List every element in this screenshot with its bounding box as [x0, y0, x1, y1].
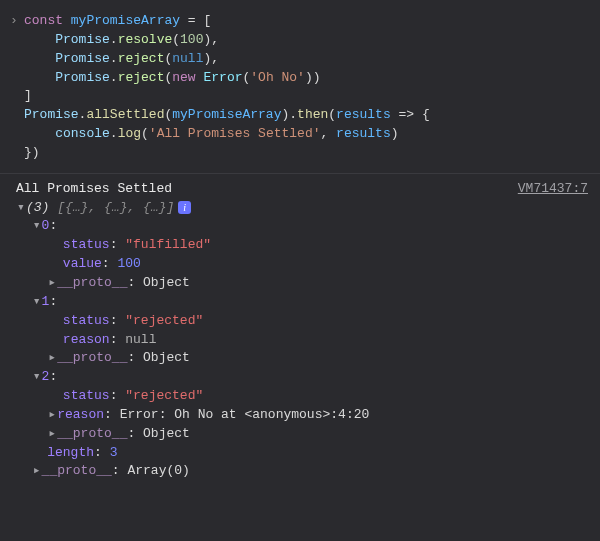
code-token: 'All Promises Settled': [149, 126, 321, 141]
proto-value: Object: [143, 425, 190, 444]
info-icon[interactable]: i: [178, 201, 191, 214]
code-line: Promise.reject(new Error('Oh No')): [24, 69, 588, 88]
property-row[interactable]: status: "fulfilled": [16, 236, 588, 255]
code-token: .: [110, 70, 118, 85]
proto-key: __proto__: [57, 274, 127, 293]
code-line: const myPromiseArray = [: [24, 12, 588, 31]
array-index-row[interactable]: 0:: [16, 217, 588, 236]
proto-row[interactable]: __proto__: Object: [16, 425, 588, 444]
property-value: "rejected": [125, 312, 203, 331]
code-token: console: [55, 126, 110, 141]
code-token: Promise: [55, 32, 110, 47]
code-token: Promise: [24, 107, 79, 122]
code-token: reject: [118, 70, 165, 85]
property-value: null: [125, 331, 156, 350]
chevron-right-icon[interactable]: [47, 349, 57, 368]
property-value: Error: Oh No at <anonymous>:4:20: [120, 406, 370, 425]
code-token: => {: [391, 107, 430, 122]
code-token: results: [336, 126, 391, 141]
code-token: log: [118, 126, 141, 141]
property-key: reason: [57, 406, 104, 425]
array-summary-row[interactable]: (3) [{…}, {…}, {…}] i: [16, 199, 588, 218]
code-token: myPromiseArray: [172, 107, 281, 122]
property-key: __proto__: [42, 462, 112, 481]
code-line: console.log('All Promises Settled', resu…: [24, 125, 588, 144]
property-key: reason: [63, 331, 110, 350]
property-key: length: [47, 444, 94, 463]
code-token: )): [305, 70, 321, 85]
property-key: status: [63, 387, 110, 406]
property-row[interactable]: __proto__: Array(0): [16, 462, 588, 481]
proto-value: Object: [143, 274, 190, 293]
proto-row[interactable]: __proto__: Object: [16, 274, 588, 293]
code-token: .: [110, 51, 118, 66]
code-token: myPromiseArray: [71, 13, 180, 28]
devtools-console-panel: › const myPromiseArray = [ Promise.resol…: [0, 0, 600, 495]
property-row[interactable]: length: 3: [16, 444, 588, 463]
code-line: Promise.allSettled(myPromiseArray).then(…: [24, 106, 588, 125]
proto-key: __proto__: [57, 349, 127, 368]
code-token: reject: [118, 51, 165, 66]
array-index-key: 2: [42, 368, 50, 387]
code-line: ]: [24, 87, 588, 106]
log-message-text: All Promises Settled: [16, 180, 518, 199]
chevron-right-icon[interactable]: [32, 462, 42, 481]
proto-row[interactable]: __proto__: Object: [16, 349, 588, 368]
property-row[interactable]: status: "rejected": [16, 387, 588, 406]
chevron-down-icon[interactable]: [32, 217, 42, 236]
code-token: (: [141, 126, 149, 141]
code-line: }): [24, 144, 588, 163]
code-token: resolve: [118, 32, 173, 47]
property-key: status: [63, 312, 110, 331]
chevron-down-icon[interactable]: [32, 293, 42, 312]
object-tree: (3) [{…}, {…}, {…}] i 0: status: "fulfil…: [16, 199, 588, 482]
property-value: 100: [117, 255, 140, 274]
code-token: results: [336, 107, 391, 122]
code-token: 'Oh No': [250, 70, 305, 85]
code-token: Promise: [55, 51, 110, 66]
code-token: .: [110, 32, 118, 47]
property-row[interactable]: reason: null: [16, 331, 588, 350]
code-token: new: [172, 70, 203, 85]
array-index-key: 1: [42, 293, 50, 312]
code-token: .: [110, 126, 118, 141]
chevron-down-icon[interactable]: [16, 199, 26, 218]
code-token: Error: [203, 70, 242, 85]
chevron-right-icon[interactable]: [47, 274, 57, 293]
proto-value: Object: [143, 349, 190, 368]
code-area[interactable]: const myPromiseArray = [ Promise.resolve…: [24, 12, 588, 163]
chevron-right-icon[interactable]: [47, 425, 57, 444]
property-key: status: [63, 236, 110, 255]
log-header: All Promises Settled VM71437:7: [16, 180, 588, 199]
array-index-row[interactable]: 2:: [16, 368, 588, 387]
code-token: }): [24, 145, 40, 160]
code-token: null: [172, 51, 203, 66]
code-line: Promise.resolve(100),: [24, 31, 588, 50]
array-index-row[interactable]: 1:: [16, 293, 588, 312]
property-value: "rejected": [125, 387, 203, 406]
property-value: "fulfilled": [125, 236, 211, 255]
code-token: ),: [203, 51, 219, 66]
log-source-link[interactable]: VM71437:7: [518, 180, 588, 199]
console-input-block: › const myPromiseArray = [ Promise.resol…: [0, 8, 600, 173]
property-value: Array(0): [127, 462, 189, 481]
proto-key: __proto__: [57, 425, 127, 444]
property-key: value: [63, 255, 102, 274]
code-token: then: [297, 107, 328, 122]
code-token: ,: [321, 126, 337, 141]
property-row[interactable]: status: "rejected": [16, 312, 588, 331]
property-value: 3: [110, 444, 118, 463]
property-row[interactable]: value: 100: [16, 255, 588, 274]
array-preview: [{…}, {…}, {…}]: [57, 199, 174, 218]
code-token: (: [172, 32, 180, 47]
chevron-down-icon[interactable]: [32, 368, 42, 387]
code-token: ): [391, 126, 399, 141]
code-token: 100: [180, 32, 203, 47]
code-token: = [: [180, 13, 211, 28]
chevron-right-icon[interactable]: [47, 406, 57, 425]
code-line: Promise.reject(null),: [24, 50, 588, 69]
property-row[interactable]: reason: Error: Oh No at <anonymous>:4:20: [16, 406, 588, 425]
code-token: ),: [203, 32, 219, 47]
array-length-label: (3): [26, 199, 49, 218]
console-log-entry: All Promises Settled VM71437:7 (3) [{…},…: [0, 174, 600, 488]
